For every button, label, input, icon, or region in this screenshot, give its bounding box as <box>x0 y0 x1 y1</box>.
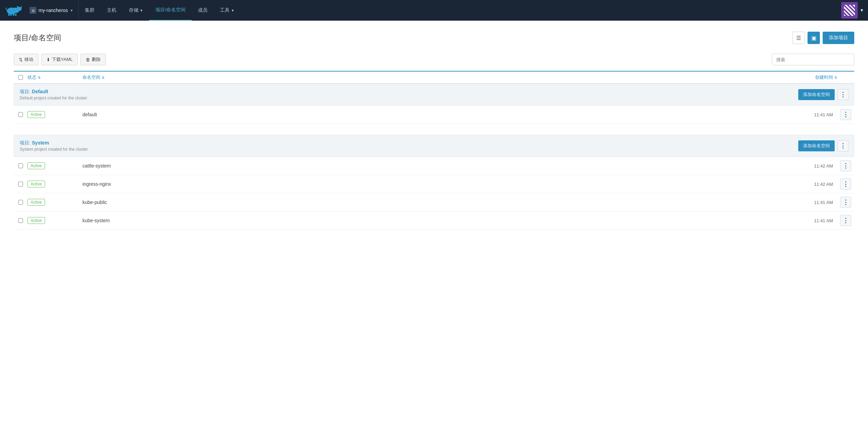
table-row: Active kube-system 11:41 AM ⋮ <box>14 212 854 230</box>
env-name: my-rancheros <box>38 8 68 13</box>
delete-button[interactable]: 🗑 删除 <box>80 54 106 65</box>
list-view-button[interactable]: ☰ <box>792 32 805 44</box>
row-checkbox-default-0[interactable] <box>18 112 23 117</box>
row-status-default-0: Active <box>27 111 82 118</box>
col-namespace[interactable]: 命名空间 ⇅ <box>82 74 768 80</box>
add-namespace-button-system[interactable]: 添加命名空间 <box>798 140 835 151</box>
project-title-default: 项目: Default Default project created for … <box>20 89 798 100</box>
project-header-system: 项目: System System project created for th… <box>14 135 854 157</box>
svg-rect-11 <box>15 14 16 16</box>
nav-tools[interactable]: 工具 ▼ <box>214 0 241 21</box>
project-desc-default: Default project created for the cluster <box>20 96 798 100</box>
page-header: 项目/命名空间 ☰ ▣ 添加项目 <box>14 32 854 44</box>
row-checkbox-system-3[interactable] <box>18 218 23 223</box>
row-check-system-2[interactable] <box>14 200 27 205</box>
row-created-system-1: 11:42 AM <box>768 182 837 187</box>
header-actions: ☰ ▣ 添加项目 <box>792 32 854 44</box>
status-badge: Active <box>27 217 45 224</box>
main-nav: 集群 主机 存储 ▼ 项目/命名空间 成员 工具 ▼ <box>79 0 842 21</box>
list-view-icon: ☰ <box>796 35 801 41</box>
nav-cluster[interactable]: 集群 <box>79 0 101 21</box>
row-status-system-2: Active <box>27 199 82 206</box>
row-checkbox-system-0[interactable] <box>18 163 23 168</box>
download-icon: ⬇ <box>46 57 50 62</box>
search-box <box>772 54 854 65</box>
row-actions-system-1: ⋮ <box>837 179 854 190</box>
select-all-checkbox[interactable] <box>18 75 23 80</box>
row-created-system-3: 11:41 AM <box>768 218 837 223</box>
svg-rect-9 <box>10 14 12 16</box>
table-row: Active ingress-nginx 11:42 AM ⋮ <box>14 175 854 193</box>
toolbar: ⇅ 移动 ⬇ 下载YAML 🗑 删除 <box>14 54 854 65</box>
env-icon: ▦ <box>30 7 36 14</box>
projects-container: 项目: Default Default project created for … <box>14 84 854 230</box>
move-icon: ⇅ <box>19 57 23 62</box>
col-created[interactable]: 创建时间 ⇅ <box>768 74 837 80</box>
row-actions-system-0: ⋮ <box>837 160 854 171</box>
project-header-default: 项目: Default Default project created for … <box>14 84 854 106</box>
row-status-system-0: Active <box>27 162 82 169</box>
row-created-system-0: 11:42 AM <box>768 163 837 169</box>
row-status-system-1: Active <box>27 181 82 187</box>
project-desc-system: System project created for the cluster <box>20 147 798 152</box>
logo[interactable] <box>4 4 22 17</box>
add-project-button[interactable]: 添加项目 <box>823 32 854 44</box>
page-title: 项目/命名空间 <box>14 33 792 43</box>
select-all-check[interactable] <box>14 75 27 80</box>
nav-projects[interactable]: 项目/命名空间 <box>149 0 192 21</box>
status-badge: Active <box>27 199 45 206</box>
table-row: Active default 11:41 AM ⋮ <box>14 106 854 124</box>
row-check-system-0[interactable] <box>14 163 27 168</box>
storage-arrow-icon: ▼ <box>140 9 143 12</box>
row-name-system-1: ingress-nginx <box>82 181 768 187</box>
row-created-system-2: 11:41 AM <box>768 200 837 205</box>
row-kebab-button-system-3[interactable]: ⋮ <box>840 215 851 226</box>
nav-members[interactable]: 成员 <box>192 0 214 21</box>
project-link-default[interactable]: 项目: Default <box>20 89 48 94</box>
env-dropdown-icon: ▼ <box>70 9 74 12</box>
card-view-button[interactable]: ▣ <box>808 32 820 44</box>
search-input[interactable] <box>772 54 854 65</box>
created-sort-icon: ⇅ <box>834 76 837 79</box>
row-kebab-button-default-0[interactable]: ⋮ <box>840 109 851 120</box>
status-badge: Active <box>27 162 45 169</box>
row-kebab-button-system-2[interactable]: ⋮ <box>840 197 851 208</box>
navbar: ▦ my-rancheros ▼ 集群 主机 存储 ▼ 项目/命名空间 成员 工… <box>0 0 868 21</box>
row-actions-system-3: ⋮ <box>837 215 854 226</box>
project-header-actions-default: 添加命名空间 ⋮ <box>798 89 848 100</box>
user-avatar-button[interactable] <box>841 2 858 19</box>
row-name-system-0: cattle-system <box>82 163 768 169</box>
table-row: Active kube-public 11:41 AM ⋮ <box>14 193 854 212</box>
row-check-default-0[interactable] <box>14 112 27 117</box>
row-status-system-3: Active <box>27 217 82 224</box>
card-view-icon: ▣ <box>811 35 816 41</box>
row-checkbox-system-1[interactable] <box>18 182 23 186</box>
svg-rect-10 <box>13 14 14 16</box>
user-dropdown-icon: ▼ <box>860 8 864 13</box>
row-name-default-0: default <box>82 112 768 117</box>
move-button[interactable]: ⇅ 移动 <box>14 54 38 65</box>
navbar-right: ▼ <box>841 2 864 19</box>
row-kebab-button-system-1[interactable]: ⋮ <box>840 179 851 190</box>
project-link-system[interactable]: 项目: System <box>20 140 49 146</box>
environment-selector[interactable]: ▦ my-rancheros ▼ <box>25 0 79 21</box>
nav-host[interactable]: 主机 <box>101 0 123 21</box>
row-created-default-0: 11:41 AM <box>768 112 837 117</box>
row-actions-default-0: ⋮ <box>837 109 854 120</box>
download-yaml-button[interactable]: ⬇ 下载YAML <box>41 54 78 65</box>
row-actions-system-2: ⋮ <box>837 197 854 208</box>
row-check-system-3[interactable] <box>14 218 27 223</box>
avatar-graphic <box>844 5 855 16</box>
project-kebab-button-default[interactable]: ⋮ <box>837 89 848 100</box>
status-sort-icon: ⇅ <box>38 76 41 79</box>
row-kebab-button-system-0[interactable]: ⋮ <box>840 160 851 171</box>
tools-arrow-icon: ▼ <box>231 9 234 12</box>
project-kebab-button-system[interactable]: ⋮ <box>837 140 848 151</box>
row-name-system-3: kube-system <box>82 218 768 223</box>
nav-storage[interactable]: 存储 ▼ <box>123 0 149 21</box>
col-status[interactable]: 状态 ⇅ <box>27 74 82 80</box>
add-namespace-button-default[interactable]: 添加命名空间 <box>798 89 835 100</box>
row-checkbox-system-2[interactable] <box>18 200 23 205</box>
row-check-system-1[interactable] <box>14 182 27 186</box>
row-name-system-2: kube-public <box>82 200 768 205</box>
